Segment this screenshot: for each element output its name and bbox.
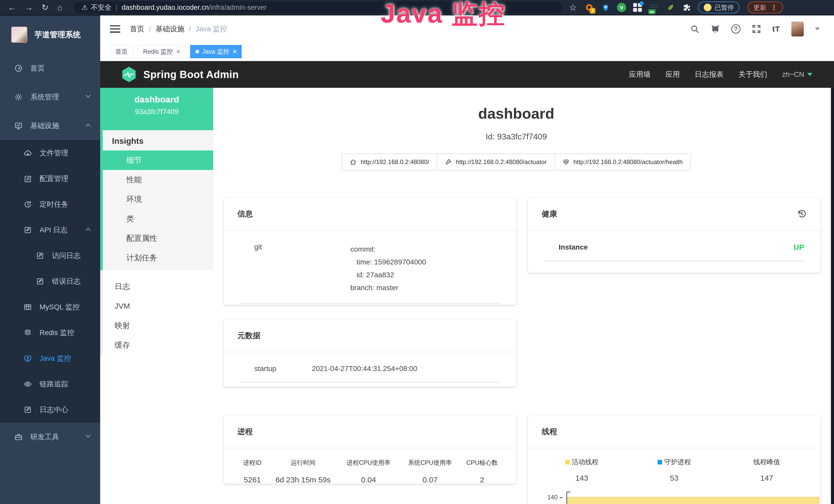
avatar-caret-icon[interactable]: [815, 27, 820, 30]
sba-item-logs[interactable]: 日志: [103, 277, 213, 296]
tab-java-monitor[interactable]: Java 监控 ×: [190, 45, 242, 58]
user-avatar[interactable]: [791, 22, 804, 37]
extension-grid-icon[interactable]: [632, 2, 643, 13]
insecure-warning-icon: ⚠: [82, 4, 88, 12]
service-url-button[interactable]: http://192.168.0.2:48080/: [342, 154, 437, 170]
sidebar-item-config-management[interactable]: 配置管理: [0, 166, 100, 191]
sba-body: dashboard 93a3fc7f7409 Insights 细节 性能 环境…: [100, 88, 834, 504]
fullscreen-icon[interactable]: [752, 24, 761, 33]
map-pin-icon: [601, 3, 610, 12]
sba-item-scheduled[interactable]: 计划任务: [103, 248, 213, 268]
chevron-up-icon: [86, 228, 91, 233]
sidebar-item-system-management[interactable]: 系统管理: [0, 83, 100, 111]
sidebar-item-trace[interactable]: 链路追踪: [0, 371, 100, 397]
health-url-button[interactable]: http://192.168.0.2:48080/actuator/health: [554, 154, 691, 170]
sba-nav-about[interactable]: 关于我们: [739, 70, 767, 79]
instance-links: http://192.168.0.2:48080/ http://192.168…: [342, 154, 691, 170]
sidebar-item-dev-tools[interactable]: 研发工具: [0, 422, 100, 451]
sidebar-item-infrastructure[interactable]: 基础设施: [0, 111, 100, 140]
sba-nav-wall[interactable]: 应用墙: [629, 70, 651, 79]
navbar-actions: ? tT: [690, 22, 834, 37]
sba-item-classes[interactable]: 类: [103, 209, 213, 229]
layers-icon: [24, 329, 32, 337]
sba-nav-applications[interactable]: 应用: [665, 70, 680, 79]
sidebar-item-java-monitor[interactable]: Java 监控: [0, 346, 100, 371]
bookmark-star-icon[interactable]: ☆: [568, 2, 578, 13]
github-icon[interactable]: [711, 24, 720, 33]
sba-item-details[interactable]: 细节: [100, 151, 213, 170]
v-letter: v: [620, 4, 623, 11]
info-git-row: git commit: time: 1596289704000 id: 27aa…: [240, 243, 500, 304]
extension-on-icon[interactable]: on: [649, 2, 659, 13]
extension-pin-icon[interactable]: [600, 2, 611, 13]
sidebar-item-log-center[interactable]: 日志中心: [0, 397, 100, 422]
forward-icon[interactable]: →: [25, 3, 33, 12]
back-icon[interactable]: ←: [8, 3, 16, 12]
info-row-label: git: [240, 243, 350, 294]
home-icon[interactable]: ⌂: [57, 3, 62, 12]
metadata-startup-row: startup 2021-04-27T00:44:31.254+08:00: [240, 365, 500, 383]
health-instance-row: Instance UP: [544, 243, 804, 261]
legend-live-threads: 活动线程 143: [535, 458, 628, 482]
sba-insights-group: Insights 细节 性能 环境 类 配置属性 计划任务: [100, 130, 213, 270]
breadcrumb-infrastructure[interactable]: 基础设施: [156, 24, 184, 34]
tab-home[interactable]: 首页: [110, 45, 133, 58]
sba-item-caches[interactable]: 缓存: [103, 335, 213, 355]
history-icon[interactable]: [797, 209, 807, 219]
annotation-text: Java 监控: [381, 0, 506, 31]
font-size-icon[interactable]: tT: [772, 25, 780, 33]
update-button[interactable]: 更新 ⋮: [748, 2, 783, 13]
reload-icon[interactable]: ↻: [42, 3, 48, 12]
sidebar-item-api-logs[interactable]: API 日志: [0, 217, 100, 243]
sidebar-item-mysql-monitor[interactable]: MySQL 监控: [0, 294, 100, 320]
sidebar-item-redis-monitor[interactable]: Redis 监控: [0, 320, 100, 346]
extension-c-icon[interactable]: 1: [584, 2, 594, 13]
legend-peak-threads: 线程峰值 147: [721, 458, 813, 482]
info-card: 信息 git commit: time: 1596289704000 id: 2…: [223, 198, 516, 305]
sidebar-item-file-management[interactable]: 文件管理: [0, 140, 100, 166]
sba-sidebar: dashboard 93a3fc7f7409 Insights 细节 性能 环境…: [100, 88, 213, 504]
extension-v-icon[interactable]: v: [617, 3, 626, 12]
sba-language-select[interactable]: zh~CN: [782, 70, 812, 78]
health-card: 健康 Instance UP: [528, 198, 821, 273]
puzzle-glyph: [683, 3, 691, 12]
extensions-puzzle-icon[interactable]: [682, 2, 692, 13]
screen: ← → ↻ ⌂ ⚠ 不安全 | dashboard.yudao.iocoder.…: [0, 0, 834, 504]
sba-item-mappings[interactable]: 映射: [103, 316, 213, 335]
breadcrumb-home[interactable]: 首页: [130, 24, 144, 34]
sidebar-item-access-logs[interactable]: 访问日志: [0, 243, 100, 269]
extension-leaf-icon[interactable]: [665, 2, 676, 13]
search-icon[interactable]: [690, 24, 699, 33]
sidebar-item-home[interactable]: 首页: [0, 54, 100, 83]
sidebar-item-error-logs[interactable]: 错误日志: [0, 269, 100, 294]
tab-redis-monitor[interactable]: Redis 监控 ×: [138, 45, 185, 58]
profile-paused-chip[interactable]: 已暂停: [698, 2, 740, 13]
hamburger-icon[interactable]: [110, 25, 120, 33]
paused-label: 已暂停: [715, 3, 734, 12]
page-scrollbar[interactable]: [831, 88, 834, 504]
gear-icon: [14, 93, 23, 101]
sba-item-jvm[interactable]: JVM: [103, 296, 213, 316]
sba-item-environment[interactable]: 环境: [103, 189, 213, 209]
sba-item-metrics[interactable]: 性能: [103, 170, 213, 189]
url-host: dashboard.yudao.iocoder.cn: [122, 4, 208, 12]
metadata-row-value: 2021-04-27T00:44:31.254+08:00: [312, 365, 417, 373]
sidebar-item-scheduled-tasks[interactable]: 定时任务: [0, 191, 100, 217]
threads-legend: 活动线程 143 守护进程 53 线程峰值 147: [528, 448, 821, 482]
sba-app-header[interactable]: dashboard 93a3fc7f7409: [100, 88, 213, 130]
close-icon[interactable]: ×: [176, 48, 180, 55]
metadata-card-title: 元数据: [237, 330, 260, 341]
sba-item-config-props[interactable]: 配置属性: [103, 229, 213, 248]
sba-nav-journal[interactable]: 日志报表: [695, 70, 724, 79]
extension-badge: 1: [590, 8, 595, 14]
page-subtitle: Id: 93a3fc7f7409: [213, 132, 819, 141]
app-logo-row[interactable]: 芋道管理系统: [0, 16, 100, 54]
help-icon[interactable]: ?: [731, 24, 741, 33]
close-icon[interactable]: ×: [233, 48, 236, 55]
log-edit-icon: [24, 406, 32, 414]
browser-menu-icon[interactable]: ⋮: [770, 3, 777, 12]
extensions-row: ☆ 1 v on: [568, 2, 783, 13]
info-row-value: commit: time: 1596289704000 id: 27aa832 …: [350, 243, 426, 294]
address-separator: |: [115, 4, 117, 12]
actuator-url-button[interactable]: http://192.168.0.2:48080/actuator: [437, 154, 555, 170]
